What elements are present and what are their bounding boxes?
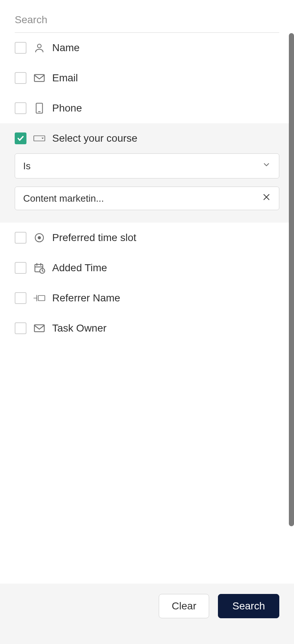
filter-label-course: Select your course bbox=[52, 132, 137, 144]
checkbox-email[interactable] bbox=[15, 72, 26, 84]
scrollbar[interactable] bbox=[289, 33, 294, 526]
person-icon bbox=[33, 42, 46, 54]
mail-icon bbox=[33, 72, 46, 84]
filter-label-addedtime: Added Time bbox=[52, 262, 107, 274]
calendar-clock-icon bbox=[33, 262, 46, 274]
filter-row-addedtime[interactable]: Added Time bbox=[0, 253, 294, 283]
footer: Clear Search bbox=[0, 584, 294, 644]
filter-row-course[interactable]: Select your course bbox=[15, 123, 279, 150]
checkbox-course[interactable] bbox=[15, 132, 26, 144]
filter-label-timeslot: Preferred time slot bbox=[52, 232, 136, 244]
course-value-input[interactable]: Content marketin... bbox=[15, 187, 279, 210]
filter-row-timeslot[interactable]: Preferred time slot bbox=[0, 223, 294, 253]
text-field-icon bbox=[33, 292, 46, 304]
svg-point-0 bbox=[37, 44, 41, 48]
radio-icon bbox=[33, 231, 46, 244]
filter-block-course: Select your course Is Content marketin..… bbox=[0, 123, 294, 223]
svg-point-9 bbox=[38, 236, 41, 240]
phone-icon bbox=[33, 102, 46, 114]
filter-row-name[interactable]: Name bbox=[0, 33, 294, 63]
filter-row-email[interactable]: Email bbox=[0, 63, 294, 93]
filter-row-owner[interactable]: Task Owner bbox=[0, 313, 294, 343]
filter-row-phone[interactable]: Phone bbox=[0, 93, 294, 123]
svg-marker-5 bbox=[42, 138, 44, 139]
clear-button[interactable]: Clear bbox=[159, 594, 209, 618]
filter-label-owner: Task Owner bbox=[52, 322, 107, 334]
clear-value-icon[interactable] bbox=[262, 193, 271, 204]
course-operator-select[interactable]: Is bbox=[15, 153, 279, 178]
mail-icon bbox=[33, 322, 46, 335]
checkbox-name[interactable] bbox=[15, 42, 26, 54]
checkbox-owner[interactable] bbox=[15, 322, 26, 334]
filter-label-referrer: Referrer Name bbox=[52, 292, 120, 304]
course-operator-value: Is bbox=[23, 160, 31, 172]
filter-label-email: Email bbox=[52, 72, 78, 84]
filter-label-name: Name bbox=[52, 42, 80, 54]
search-input[interactable] bbox=[15, 11, 279, 33]
filter-list: Name Email Phone Select your course bbox=[0, 33, 294, 343]
svg-rect-1 bbox=[35, 75, 44, 82]
chevron-down-icon bbox=[262, 160, 271, 172]
dropdown-field-icon bbox=[33, 132, 46, 145]
svg-rect-18 bbox=[35, 325, 44, 332]
filter-row-referrer[interactable]: Referrer Name bbox=[0, 283, 294, 313]
search-button[interactable]: Search bbox=[218, 594, 279, 618]
checkbox-referrer[interactable] bbox=[15, 292, 26, 304]
filter-label-phone: Phone bbox=[52, 102, 82, 114]
svg-rect-15 bbox=[38, 296, 45, 301]
checkbox-addedtime[interactable] bbox=[15, 262, 26, 274]
checkbox-timeslot[interactable] bbox=[15, 232, 26, 244]
search-field-wrap bbox=[0, 0, 294, 33]
checkbox-phone[interactable] bbox=[15, 102, 26, 114]
course-value-text: Content marketin... bbox=[23, 193, 104, 204]
